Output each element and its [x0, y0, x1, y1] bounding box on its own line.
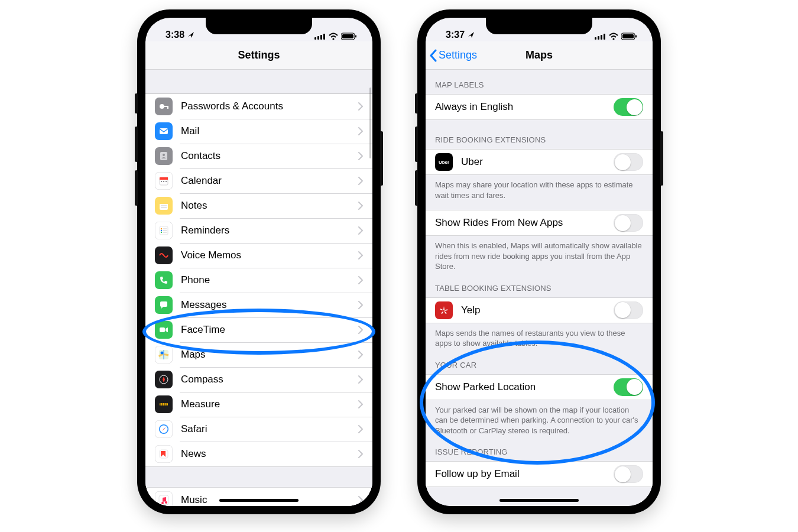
- row-label: Voice Memos: [181, 249, 358, 261]
- maps-icon: [155, 346, 173, 364]
- svg-rect-10: [167, 106, 168, 109]
- news-icon: [155, 445, 173, 463]
- chevron-right-icon: [358, 301, 363, 309]
- mail-icon: [155, 122, 173, 140]
- location-services-icon: [187, 31, 195, 39]
- row-label: Contacts: [181, 150, 358, 162]
- chevron-right-icon: [358, 425, 363, 433]
- reminders-icon: [155, 222, 173, 239]
- svg-rect-30: [160, 327, 165, 332]
- row-label: Calendar: [181, 175, 358, 187]
- row-always-in-english[interactable]: Always in English: [426, 95, 653, 119]
- row-label: Notes: [181, 200, 358, 212]
- svg-rect-15: [160, 177, 168, 180]
- music-icon: [155, 491, 173, 506]
- section-footer-your-car: Your parked car will be shown on the map…: [426, 400, 653, 437]
- row-voice-memos[interactable]: Voice Memos: [145, 243, 372, 268]
- row-music[interactable]: Music: [145, 488, 372, 506]
- nav-title: Maps: [525, 49, 553, 61]
- row-messages[interactable]: Messages: [145, 293, 372, 317]
- safari-icon: [155, 420, 173, 438]
- row-label: Yelp: [461, 304, 614, 316]
- row-compass[interactable]: Compass: [145, 367, 372, 392]
- yelp-icon: [435, 301, 453, 319]
- cellular-icon: [595, 33, 606, 40]
- row-contacts[interactable]: Contacts: [145, 144, 372, 168]
- settings-list[interactable]: Passwords & AccountsMailContactsCalendar…: [145, 70, 372, 506]
- section-header-issue-reporting: ISSUE REPORTING: [426, 437, 653, 461]
- row-facetime[interactable]: FaceTime: [145, 317, 372, 342]
- compass-icon: [155, 371, 173, 388]
- row-label: Messages: [181, 299, 358, 311]
- home-indicator[interactable]: [499, 499, 579, 502]
- toggle-yelp[interactable]: [614, 301, 643, 319]
- chevron-right-icon: [358, 202, 363, 210]
- row-show-rides-new-apps[interactable]: Show Rides From New Apps: [426, 210, 653, 235]
- row-news[interactable]: News: [145, 442, 372, 466]
- svg-rect-11: [160, 128, 168, 134]
- svg-point-26: [161, 232, 162, 233]
- calendar-icon: [155, 172, 173, 190]
- row-show-parked-location[interactable]: Show Parked Location: [426, 375, 653, 400]
- facetime-icon: [155, 321, 173, 339]
- row-follow-up-by-email[interactable]: Follow up by Email: [426, 462, 653, 486]
- phone-right: 3:37 Settings Maps MAP LABELS: [417, 9, 661, 514]
- row-safari[interactable]: Safari: [145, 417, 372, 442]
- svg-point-24: [161, 228, 162, 229]
- phone-icon: [155, 271, 173, 289]
- row-maps[interactable]: Maps: [145, 342, 372, 367]
- status-time: 3:37: [446, 30, 465, 40]
- back-label: Settings: [439, 49, 477, 61]
- row-passwords-accounts[interactable]: Passwords & Accounts: [145, 94, 372, 119]
- chevron-right-icon: [358, 496, 363, 504]
- back-button[interactable]: Settings: [429, 41, 477, 69]
- row-label: Show Parked Location: [435, 381, 614, 393]
- row-label: Reminders: [181, 225, 358, 236]
- chevron-right-icon: [358, 375, 363, 384]
- row-yelp[interactable]: Yelp: [426, 298, 653, 323]
- notch: [486, 18, 592, 34]
- toggle-always-in-english[interactable]: [614, 98, 643, 116]
- svg-point-32: [161, 352, 164, 355]
- wifi-icon: [609, 33, 618, 40]
- battery-icon: [621, 33, 637, 40]
- row-calendar[interactable]: Calendar: [145, 168, 372, 193]
- toggle-follow-up-by-email[interactable]: [614, 465, 643, 483]
- nav-bar: Settings: [145, 41, 372, 70]
- row-label: Compass: [181, 374, 358, 385]
- toggle-show-parked-location[interactable]: [614, 378, 643, 396]
- maps-settings-list[interactable]: MAP LABELS Always in English RIDE BOOKIN…: [426, 70, 653, 506]
- measure-icon: [155, 395, 173, 413]
- row-label: Measure: [181, 398, 358, 410]
- chevron-right-icon: [358, 102, 363, 111]
- nav-bar: Settings Maps: [426, 41, 653, 70]
- row-mail[interactable]: Mail: [145, 119, 372, 144]
- row-phone[interactable]: Phone: [145, 268, 372, 293]
- row-label: Uber: [461, 156, 614, 168]
- section-footer-table-booking: Maps sends the names of restaurants you …: [426, 323, 653, 350]
- row-uber[interactable]: Uber Uber: [426, 150, 653, 174]
- toggle-show-rides-new-apps[interactable]: [614, 214, 643, 232]
- home-indicator[interactable]: [219, 499, 299, 502]
- svg-point-13: [163, 154, 165, 156]
- row-label: Mail: [181, 125, 358, 137]
- row-measure[interactable]: Measure: [145, 392, 372, 417]
- uber-icon: Uber: [435, 153, 453, 171]
- svg-text:Uber: Uber: [439, 160, 449, 165]
- toggle-uber[interactable]: [614, 153, 643, 171]
- row-label: Follow up by Email: [435, 468, 614, 480]
- row-label: FaceTime: [181, 324, 358, 336]
- chevron-right-icon: [358, 152, 363, 160]
- scroll-indicator: [369, 87, 371, 158]
- phone-left: 3:38 Settings Passwords & AccountsMailCo…: [137, 9, 381, 514]
- status-time: 3:38: [166, 30, 184, 40]
- location-services-icon: [467, 31, 475, 39]
- row-label: Always in English: [435, 101, 614, 113]
- row-notes[interactable]: Notes: [145, 193, 372, 218]
- notch: [206, 18, 312, 34]
- chevron-right-icon: [358, 351, 363, 359]
- svg-rect-17: [163, 181, 164, 182]
- row-label: News: [181, 448, 358, 460]
- row-reminders[interactable]: Reminders: [145, 218, 372, 243]
- chevron-right-icon: [358, 450, 363, 458]
